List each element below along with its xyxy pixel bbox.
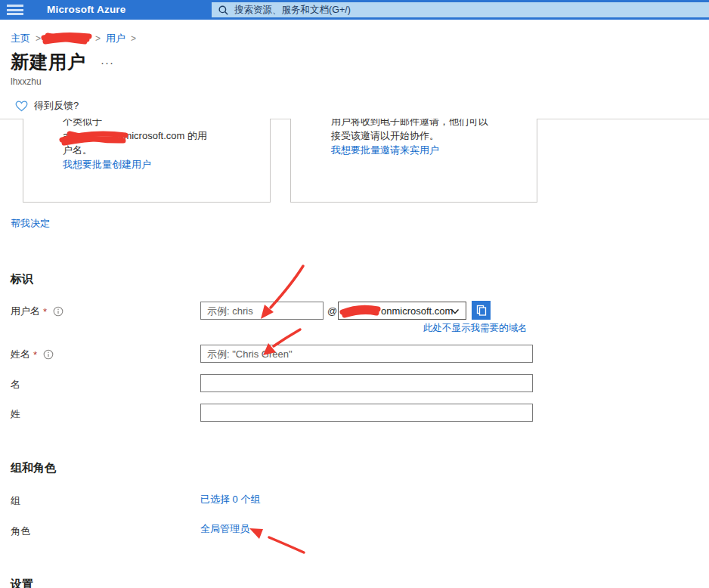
chevron-down-icon: [450, 307, 460, 316]
search-icon: [218, 5, 228, 15]
more-options-button[interactable]: ···: [101, 56, 114, 69]
heart-icon: [15, 101, 28, 112]
page-title: 新建用户: [11, 50, 86, 74]
search-placeholder: 搜索资源、服务和文档(G+/): [234, 4, 351, 17]
breadcrumb-users-link[interactable]: 用户: [106, 32, 125, 45]
last-name-label: 姓: [11, 407, 20, 421]
global-search-input[interactable]: 搜索资源、服务和文档(G+/): [212, 2, 709, 17]
copy-icon: [476, 305, 487, 316]
identity-section-heading: 标识: [11, 272, 33, 286]
at-sign: @: [327, 305, 337, 317]
display-name-input[interactable]: [200, 345, 533, 363]
invite-user-card[interactable]: 用户将收到电子邮件邀请，他们可以 接受该邀请以开始协作。 我想要批量邀请来宾用户: [290, 119, 537, 203]
last-name-input[interactable]: [200, 404, 533, 422]
feedback-button[interactable]: 得到反馈?: [15, 99, 79, 113]
create-user-text-line2: alice@onmicrosoft.com 的用: [63, 128, 207, 143]
help-me-decide-link[interactable]: 帮我决定: [11, 217, 50, 231]
groups-label: 组: [11, 494, 20, 508]
first-name-label: 名: [11, 378, 20, 391]
bulk-create-users-link[interactable]: 我想要批量创建用户: [63, 159, 151, 170]
invite-user-text-line2: 接受该邀请以开始协作。: [331, 128, 488, 143]
breadcrumb: 主页 > > 用户 >: [11, 32, 141, 45]
create-user-card[interactable]: 个类似于 alice@onmicrosoft.com 的用 户名。 我想要批量创…: [23, 119, 271, 203]
display-name-label: 姓名 *: [11, 348, 54, 361]
red-arrow-roles: [249, 528, 304, 552]
breadcrumb-redacted-item[interactable]: [46, 34, 90, 44]
tenant-subtitle: lhxxzhu: [11, 76, 42, 87]
copy-domain-button[interactable]: [472, 301, 491, 320]
brand-title: Microsoft Azure: [47, 4, 126, 15]
info-icon[interactable]: [53, 306, 63, 317]
breadcrumb-separator: >: [131, 33, 136, 44]
feedback-label: 得到反馈?: [34, 99, 79, 113]
roles-value-link[interactable]: 全局管理员: [200, 522, 249, 536]
domain-not-shown-link[interactable]: 此处不显示我需要的域名: [423, 322, 528, 335]
username-label: 用户名 *: [11, 305, 63, 318]
create-user-text-line1: 个类似于: [63, 119, 207, 128]
groups-roles-section-heading: 组和角色: [11, 461, 56, 475]
breadcrumb-separator: >: [36, 33, 41, 44]
settings-section-heading: 设置: [11, 577, 33, 588]
info-icon[interactable]: [43, 349, 54, 360]
create-user-text-line3: 户名。: [63, 143, 207, 157]
breadcrumb-home-link[interactable]: 主页: [11, 32, 30, 45]
breadcrumb-separator: >: [95, 33, 101, 44]
required-asterisk: *: [33, 349, 37, 361]
azure-topbar: Microsoft Azure 搜索资源、服务和文档(G+/): [0, 0, 709, 20]
required-asterisk: *: [43, 306, 47, 317]
bulk-invite-guests-link[interactable]: 我想要批量邀请来宾用户: [331, 144, 439, 156]
username-input[interactable]: [200, 302, 324, 320]
domain-dropdown-value: onmicrosoft.com: [381, 305, 453, 317]
hamburger-menu-icon[interactable]: [7, 5, 23, 15]
roles-label: 角色: [11, 525, 30, 538]
groups-selected-link[interactable]: 已选择 0 个组: [200, 493, 260, 506]
first-name-input[interactable]: [200, 374, 533, 392]
invite-user-text-line1: 用户将收到电子邮件邀请，他们可以: [331, 119, 488, 128]
domain-dropdown[interactable]: onmicrosoft.com: [338, 302, 466, 320]
annotation-overlay: [0, 0, 709, 588]
